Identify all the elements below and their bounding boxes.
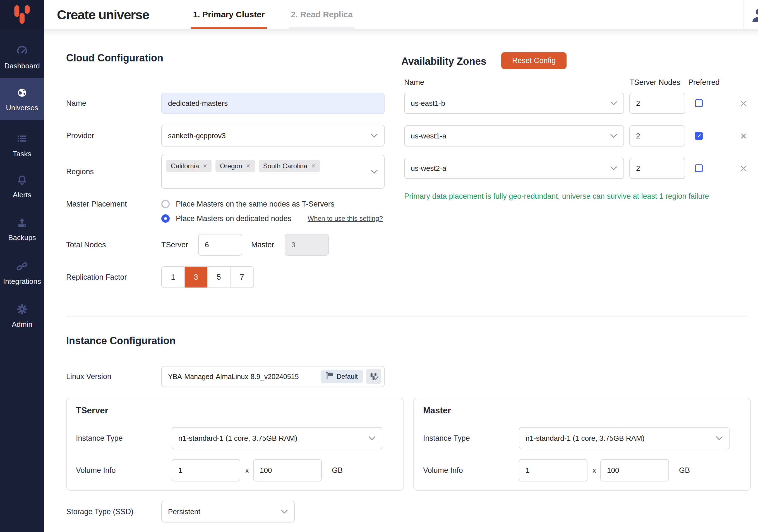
remove-region-icon[interactable]: ×: [246, 162, 250, 170]
provider-select[interactable]: sanketh-gcpprov3: [161, 125, 385, 147]
regions-multiselect[interactable]: California × Oregon × South Carolina ×: [161, 155, 385, 189]
reset-config-button[interactable]: Reset Config: [501, 52, 567, 69]
az-name: us-west1-a: [411, 132, 446, 140]
sidebar-item-dashboard[interactable]: Dashboard: [0, 36, 44, 78]
provider-label: Provider: [66, 125, 94, 147]
sidebar-item-label: Universes: [6, 104, 38, 112]
region-chip: Oregon ×: [216, 160, 255, 172]
volume-times-label: x: [593, 459, 596, 481]
master-panel: Master Instance Type n1-standard-1 (1 co…: [413, 398, 751, 491]
regions-label: Regions: [66, 155, 94, 189]
tserver-panel: TServer Instance Type n1-standard-1 (1 c…: [66, 398, 403, 491]
sidebar-item-label: Dashboard: [4, 62, 40, 70]
preferred-checkbox[interactable]: [695, 132, 703, 140]
availability-zones-title: Availability Zones: [401, 55, 486, 67]
tab-underline: [191, 27, 267, 29]
region-chip-label: Oregon: [220, 162, 242, 170]
radio-button[interactable]: [161, 200, 170, 208]
master-volume-count-input[interactable]: 1: [519, 459, 587, 481]
instance-type-label: Instance Type: [76, 427, 123, 449]
az-col-preferred: Preferred: [688, 78, 720, 87]
sidebar-item-admin[interactable]: Admin: [0, 295, 44, 337]
region-chip: California ×: [166, 160, 212, 172]
sidebar-item-label: Tasks: [13, 150, 31, 158]
tserver-count-label: TServer: [161, 234, 188, 256]
header: Create universe 1. Primary Cluster 2. Re…: [44, 0, 758, 29]
master-instance-type-select[interactable]: n1-standard-1 (1 core, 3.75GB RAM): [519, 427, 730, 449]
master-placement-option-same-nodes[interactable]: Place Masters on the same nodes as T-Ser…: [161, 197, 334, 210]
az-col-tserver-nodes: TServer Nodes: [630, 78, 680, 87]
linux-version-label: Linux Version: [66, 366, 111, 387]
volume-times-label: x: [245, 459, 249, 481]
instance-type-value: n1-standard-1 (1 core, 3.75GB RAM): [178, 434, 297, 443]
storage-type-select[interactable]: Persistent: [161, 501, 295, 522]
tab-underline: [289, 27, 355, 29]
rf-option-3[interactable]: 3: [185, 267, 208, 288]
chevron-down-icon: [610, 101, 617, 105]
tab-label: 2. Read Replica: [291, 10, 353, 19]
sidebar-item-tasks[interactable]: Tasks: [0, 124, 44, 166]
storage-type-value: Persistent: [168, 508, 200, 516]
universe-name-input[interactable]: dedicated-masters: [161, 93, 385, 114]
tserver-instance-type-select[interactable]: n1-standard-1 (1 core, 3.75GB RAM): [172, 427, 382, 449]
sidebar-item-universes[interactable]: Universes: [0, 78, 44, 120]
storage-type-label: Storage Type (SSD): [66, 501, 133, 522]
master-volume-size-input[interactable]: 100: [600, 459, 669, 481]
tserver-volume-size-input[interactable]: 100: [253, 459, 322, 481]
sidebar-item-label: Admin: [12, 320, 32, 329]
volume-unit-label: GB: [332, 459, 343, 481]
chevron-down-icon: [368, 436, 376, 441]
chevron-down-icon: [281, 510, 288, 514]
sidebar-item-alerts[interactable]: Alerts: [0, 165, 44, 207]
default-badge-label: Default: [337, 372, 358, 380]
yb-managed-icon[interactable]: [366, 369, 381, 384]
chevron-down-icon: [716, 436, 723, 441]
linux-version-value: YBA-Managed-AlmaLinux-8.9_v20240515: [168, 372, 321, 381]
instance-config-title: Instance Configuration: [66, 335, 176, 347]
user-avatar-icon[interactable]: [751, 7, 758, 24]
dashboard-icon: [16, 44, 28, 58]
remove-az-icon[interactable]: ×: [737, 93, 750, 114]
preferred-checkbox[interactable]: [695, 99, 703, 107]
az-node-count-input[interactable]: 2: [629, 125, 685, 147]
sidebar: Dashboard Universes Tasks: [0, 0, 44, 532]
tab-read-replica[interactable]: 2. Read Replica: [289, 0, 355, 29]
remove-az-icon[interactable]: ×: [737, 125, 750, 147]
master-nodes-input: 3: [285, 234, 329, 256]
sidebar-item-backups[interactable]: Backups: [0, 208, 44, 250]
radio-label: Place Masters on dedicated nodes: [176, 214, 292, 223]
rf-option-1[interactable]: 1: [162, 267, 185, 288]
sidebar-item-label: Integrations: [3, 277, 41, 286]
master-placement-option-dedicated[interactable]: Place Masters on dedicated nodes When to…: [161, 212, 383, 225]
az-select[interactable]: us-west2-a: [404, 158, 624, 179]
az-name: us-east1-b: [411, 99, 445, 108]
az-node-count-input[interactable]: 2: [629, 93, 685, 114]
sidebar-item-integrations[interactable]: Integrations: [0, 252, 44, 294]
az-col-name: Name: [404, 78, 424, 87]
preferred-checkbox[interactable]: [695, 164, 703, 172]
linux-version-select[interactable]: YBA-Managed-AlmaLinux-8.9_v20240515 Defa…: [161, 366, 385, 387]
tserver-volume-count-input[interactable]: 1: [172, 459, 240, 481]
radio-button[interactable]: [161, 214, 170, 223]
remove-region-icon[interactable]: ×: [311, 162, 315, 170]
tab-primary-cluster[interactable]: 1. Primary Cluster: [191, 0, 267, 29]
section-divider: [66, 316, 747, 317]
az-select[interactable]: us-east1-b: [404, 93, 624, 114]
rf-option-5[interactable]: 5: [208, 267, 230, 288]
replication-factor-selector: 1 3 5 7: [161, 266, 254, 288]
rf-option-7[interactable]: 7: [230, 267, 254, 288]
tserver-nodes-input[interactable]: 6: [198, 234, 242, 256]
geo-redundancy-message: Primary data placement is fully geo-redu…: [404, 192, 709, 201]
radio-label: Place Masters on the same nodes as T-Ser…: [176, 200, 334, 208]
total-nodes-label: Total Nodes: [66, 234, 106, 256]
yugabyte-logo[interactable]: [0, 0, 44, 29]
master-placement-label: Master Placement: [66, 199, 127, 209]
region-chip-label: South Carolina: [263, 162, 308, 170]
name-label: Name: [66, 93, 86, 114]
az-node-count-input[interactable]: 2: [629, 158, 685, 179]
remove-region-icon[interactable]: ×: [203, 162, 207, 170]
page-title: Create universe: [57, 0, 149, 29]
when-to-use-link[interactable]: When to use this setting?: [308, 215, 383, 223]
remove-az-icon[interactable]: ×: [737, 158, 750, 179]
az-select[interactable]: us-west1-a: [404, 125, 624, 147]
